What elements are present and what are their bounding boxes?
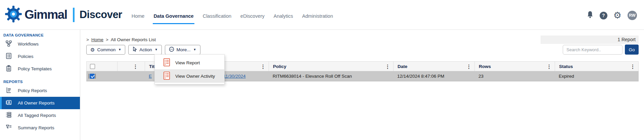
menu-item-label: View Report	[175, 60, 200, 65]
breadcrumb-separator: >	[106, 37, 108, 42]
list-doc-icon	[5, 53, 12, 60]
report-count: 1 Report	[541, 36, 639, 44]
header-cell-select	[87, 62, 118, 71]
common-button[interactable]: ⚙ Common ▼	[86, 45, 125, 55]
column-label-status: Status	[559, 64, 573, 69]
app-header: Gimmal Discover Home Data Governance Cla…	[0, 0, 644, 30]
menu-item-view-owner-activity[interactable]: View Owner Activity	[155, 69, 224, 83]
primary-nav: Home Data Governance Classification eDis…	[132, 11, 333, 19]
sidebar-section-reports: REPORTS	[0, 78, 80, 84]
cursor-icon	[132, 47, 137, 53]
gimmal-gear-logo-icon	[5, 5, 22, 24]
brand-name: Gimmal	[25, 8, 67, 22]
chevron-down-icon: ▼	[193, 48, 196, 51]
search-area: Go	[563, 45, 639, 55]
sidebar-item-policy-templates[interactable]: Policy Templates	[0, 63, 80, 75]
sidebar-item-all-owner-reports[interactable]: All Owner Reports	[0, 97, 80, 109]
column-menu-icon[interactable]	[547, 64, 555, 69]
notifications-bell-icon[interactable]	[587, 11, 594, 20]
menu-item-label: View Owner Activity	[175, 74, 215, 79]
column-menu-icon[interactable]	[630, 64, 638, 69]
column-label-rows: Rows	[479, 64, 491, 69]
report-title-visible-start: E	[149, 74, 152, 79]
ellipsis-circle-icon	[169, 47, 174, 53]
action-button-label: Action	[139, 47, 152, 52]
column-menu-icon[interactable]	[466, 64, 474, 69]
breadcrumb-home-link[interactable]: Home	[91, 37, 103, 42]
nav-item-data-governance[interactable]: Data Governance	[153, 13, 193, 19]
nav-item-administration[interactable]: Administration	[302, 13, 333, 19]
main-content: > Home > All Owner Reports List 1 Report…	[81, 30, 644, 140]
header-cell-row-menu	[118, 62, 145, 71]
brand-logo: Gimmal Discover	[0, 5, 122, 24]
red-report-icon	[163, 58, 170, 68]
search-input[interactable]	[563, 45, 623, 55]
row-cell-policy: RITM6638014 - Elevance Roll Off Scan	[269, 74, 393, 79]
breadcrumb: > Home > All Owner Reports List 1 Report	[86, 35, 639, 44]
sidebar-item-label: All Tagged Reports	[18, 113, 56, 118]
sidebar-section-data-governance: DATA GOVERNANCE	[0, 32, 80, 38]
header-cell-rows[interactable]: Rows	[475, 62, 555, 71]
gear-icon: ⚙	[90, 47, 95, 52]
clipboard-icon	[5, 65, 12, 73]
sidebar-item-all-tagged-reports[interactable]: All Tagged Reports	[0, 109, 80, 122]
report-lines-icon	[5, 87, 12, 94]
breadcrumb-current: All Owner Reports List	[111, 37, 156, 42]
chevron-down-icon: ▼	[155, 48, 158, 51]
row-cell-status: Expired	[555, 74, 639, 79]
column-menu-icon[interactable]	[133, 64, 145, 69]
more-dropdown-menu: View Report View Owner Activity	[154, 54, 225, 84]
sidebar-item-policy-reports[interactable]: Policy Reports	[0, 84, 80, 97]
common-button-label: Common	[97, 47, 116, 52]
chevron-down-icon: ▼	[118, 48, 121, 51]
more-button[interactable]: More... ▼	[165, 45, 200, 55]
row-checkbox[interactable]	[90, 74, 95, 79]
sidebar-item-label: Policy Templates	[18, 66, 52, 71]
sidebar-item-label: Policy Reports	[18, 88, 47, 93]
sidebar: DATA GOVERNANCE Workflows Policies	[0, 30, 80, 140]
sidebar-item-workflows[interactable]: Workflows	[0, 38, 80, 50]
breadcrumb-lead: >	[86, 37, 89, 42]
nav-item-ediscovery[interactable]: eDiscovery	[240, 13, 265, 19]
tagged-list-icon	[5, 112, 12, 119]
workflow-icon	[5, 40, 12, 48]
header-cell-date[interactable]: Date	[394, 62, 475, 71]
settings-gear-icon[interactable]: ⚙	[613, 11, 622, 20]
header-cell-status[interactable]: Status	[555, 62, 639, 71]
sidebar-item-label: Policies	[18, 54, 34, 59]
report-title-visible-end: 11/30/2024	[223, 74, 246, 79]
column-menu-icon[interactable]	[261, 64, 269, 69]
person-card-icon	[5, 99, 12, 107]
more-button-label: More...	[177, 47, 191, 52]
brand-divider	[73, 8, 75, 22]
sidebar-item-policies[interactable]: Policies	[0, 50, 80, 63]
column-label-date: Date	[398, 64, 407, 69]
user-avatar[interactable]: RW	[628, 11, 637, 20]
go-button[interactable]: Go	[625, 45, 639, 55]
row-cell-date: 12/14/2024 8:47:06 PM	[393, 74, 474, 79]
nav-item-analytics[interactable]: Analytics	[274, 13, 293, 19]
sidebar-item-label: All Owner Reports	[18, 100, 55, 106]
grid-toolbar: ⚙ Common ▼ Action ▼ More... ▼	[86, 45, 639, 55]
sidebar-item-label: Summary Reports	[18, 125, 54, 130]
red-report-icon	[163, 71, 170, 81]
column-menu-icon[interactable]	[385, 64, 393, 69]
sidebar-item-label: Workflows	[18, 42, 39, 47]
column-label-policy: Policy	[273, 64, 286, 69]
help-icon[interactable]: ?	[600, 12, 607, 19]
row-cell-rows: 23	[474, 74, 555, 79]
nav-item-classification[interactable]: Classification	[203, 13, 231, 19]
funnel-lines-icon	[5, 124, 12, 132]
sidebar-item-summary-reports[interactable]: Summary Reports	[0, 122, 80, 134]
header-icon-group: ? ⚙ RW	[587, 9, 644, 20]
header-cell-policy[interactable]: Policy	[269, 62, 394, 71]
action-button[interactable]: Action ▼	[128, 45, 162, 55]
menu-item-view-report[interactable]: View Report	[155, 56, 224, 69]
row-cell-select	[86, 74, 117, 79]
brand-product-name: Discover	[80, 9, 122, 21]
select-all-checkbox[interactable]	[90, 64, 95, 69]
nav-item-home[interactable]: Home	[132, 13, 145, 19]
